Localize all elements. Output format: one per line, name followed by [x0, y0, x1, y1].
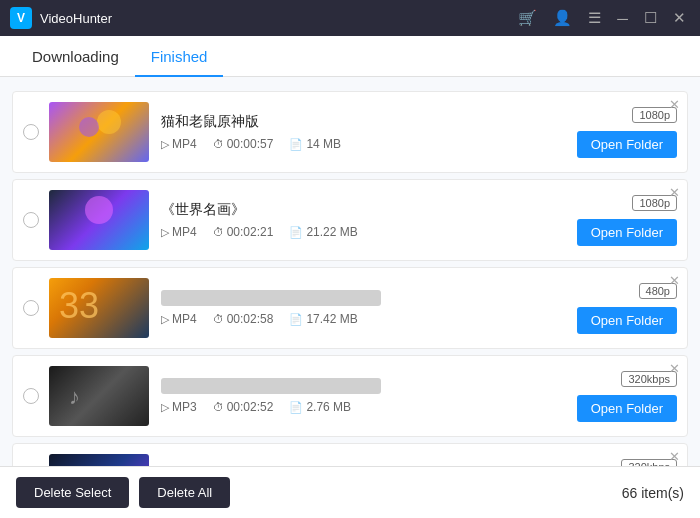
- cart-icon[interactable]: 🛒: [514, 7, 541, 29]
- tab-bar: Downloading Finished: [0, 36, 700, 77]
- delete-select-button[interactable]: Delete Select: [16, 477, 129, 508]
- item-format: ▷MP4: [161, 225, 197, 239]
- close-icon[interactable]: ✕: [669, 7, 690, 29]
- format-icon: ▷: [161, 401, 169, 414]
- item-title: 猫和老鼠原神版: [161, 113, 567, 131]
- svg-text:33: 33: [59, 285, 99, 326]
- item-title-blurred: [161, 378, 381, 394]
- item-meta: ▷MP3⏱00:02:52📄2.76 MB: [161, 400, 567, 414]
- svg-rect-0: [49, 102, 149, 162]
- item-thumbnail: 33: [49, 278, 149, 338]
- item-meta: ▷MP4⏱00:00:57📄14 MB: [161, 137, 567, 151]
- item-info: 《世界名画》▷MP4⏱00:02:21📄21.22 MB: [161, 201, 567, 239]
- open-folder-button[interactable]: Open Folder: [577, 131, 677, 158]
- tab-finished[interactable]: Finished: [135, 36, 224, 77]
- delete-all-button[interactable]: Delete All: [139, 477, 230, 508]
- items-list: 猫和老鼠原神版▷MP4⏱00:00:57📄14 MB1080pOpen Fold…: [0, 77, 700, 466]
- item-count: 66 item(s): [622, 485, 684, 501]
- item-size: 📄21.22 MB: [289, 225, 357, 239]
- item-format: ▷MP4: [161, 137, 197, 151]
- item-format: ▷MP3: [161, 400, 197, 414]
- maximize-icon[interactable]: ☐: [640, 7, 661, 29]
- item-radio[interactable]: [23, 300, 39, 316]
- item-size: 📄17.42 MB: [289, 312, 357, 326]
- duration-icon: ⏱: [213, 226, 224, 238]
- remove-item-button[interactable]: ✕: [667, 186, 681, 200]
- duration-icon: ⏱: [213, 313, 224, 325]
- item-thumbnail: [49, 102, 149, 162]
- item-actions: 320kbpsOpen Folder: [577, 459, 677, 467]
- item-radio[interactable]: [23, 124, 39, 140]
- format-icon: ▷: [161, 138, 169, 151]
- item-thumbnail: ♪: [49, 366, 149, 426]
- app-title: VideoHunter: [40, 11, 514, 26]
- remove-item-button[interactable]: ✕: [667, 450, 681, 464]
- footer: Delete Select Delete All 66 item(s): [0, 466, 700, 518]
- svg-rect-7: [49, 366, 149, 426]
- item-size: 📄14 MB: [289, 137, 341, 151]
- item-actions: 1080pOpen Folder: [577, 195, 677, 246]
- open-folder-button[interactable]: Open Folder: [577, 395, 677, 422]
- size-icon: 📄: [289, 313, 303, 326]
- open-folder-button[interactable]: Open Folder: [577, 307, 677, 334]
- item-title: 《世界名画》: [161, 201, 567, 219]
- remove-item-button[interactable]: ✕: [667, 362, 681, 376]
- list-item: 猫和老鼠原神版▷MP4⏱00:00:57📄14 MB1080pOpen Fold…: [12, 91, 688, 173]
- item-duration: ⏱00:02:21: [213, 225, 274, 239]
- list-item: 33▷MP4⏱00:02:58📄17.42 MB480pOpen Folder✕: [12, 267, 688, 349]
- item-info: ▷MP3⏱00:02:52📄2.76 MB: [161, 378, 567, 414]
- item-thumbnail: [49, 454, 149, 466]
- user-icon[interactable]: 👤: [549, 7, 576, 29]
- minimize-icon[interactable]: ─: [613, 8, 632, 29]
- item-actions: 480pOpen Folder: [577, 283, 677, 334]
- duration-icon: ⏱: [213, 138, 224, 150]
- format-icon: ▷: [161, 313, 169, 326]
- item-duration: ⏱00:02:58: [213, 312, 274, 326]
- item-radio[interactable]: [23, 388, 39, 404]
- item-thumbnail: [49, 190, 149, 250]
- svg-text:♪: ♪: [69, 384, 80, 409]
- list-item: 《世界名画》▷MP4⏱00:02:21📄21.22 MB1080pOpen Fo…: [12, 179, 688, 261]
- window-controls: 🛒 👤 ☰ ─ ☐ ✕: [514, 7, 690, 29]
- svg-point-2: [79, 117, 99, 137]
- svg-rect-9: [49, 454, 149, 466]
- size-icon: 📄: [289, 138, 303, 151]
- item-radio[interactable]: [23, 212, 39, 228]
- item-meta: ▷MP4⏱00:02:58📄17.42 MB: [161, 312, 567, 326]
- item-format: ▷MP4: [161, 312, 197, 326]
- item-size: 📄2.76 MB: [289, 400, 351, 414]
- svg-point-1: [97, 110, 121, 134]
- list-item: ▷MP3⏱00:02:22📄2.27 MB320kbpsOpen Folder✕: [12, 443, 688, 466]
- item-duration: ⏱00:02:52: [213, 400, 274, 414]
- size-icon: 📄: [289, 226, 303, 239]
- menu-icon[interactable]: ☰: [584, 7, 605, 29]
- size-icon: 📄: [289, 401, 303, 414]
- title-bar: V VideoHunter 🛒 👤 ☰ ─ ☐ ✕: [0, 0, 700, 36]
- item-actions: 1080pOpen Folder: [577, 107, 677, 158]
- remove-item-button[interactable]: ✕: [667, 274, 681, 288]
- list-item: ♪▷MP3⏱00:02:52📄2.76 MB320kbpsOpen Folder…: [12, 355, 688, 437]
- item-duration: ⏱00:00:57: [213, 137, 274, 151]
- remove-item-button[interactable]: ✕: [667, 98, 681, 112]
- item-title-blurred: [161, 290, 381, 306]
- item-meta: ▷MP4⏱00:02:21📄21.22 MB: [161, 225, 567, 239]
- duration-icon: ⏱: [213, 401, 224, 413]
- svg-point-4: [85, 196, 113, 224]
- format-icon: ▷: [161, 226, 169, 239]
- tab-downloading[interactable]: Downloading: [16, 36, 135, 77]
- item-actions: 320kbpsOpen Folder: [577, 371, 677, 422]
- open-folder-button[interactable]: Open Folder: [577, 219, 677, 246]
- item-info: 猫和老鼠原神版▷MP4⏱00:00:57📄14 MB: [161, 113, 567, 151]
- app-logo: V: [10, 7, 32, 29]
- item-info: ▷MP4⏱00:02:58📄17.42 MB: [161, 290, 567, 326]
